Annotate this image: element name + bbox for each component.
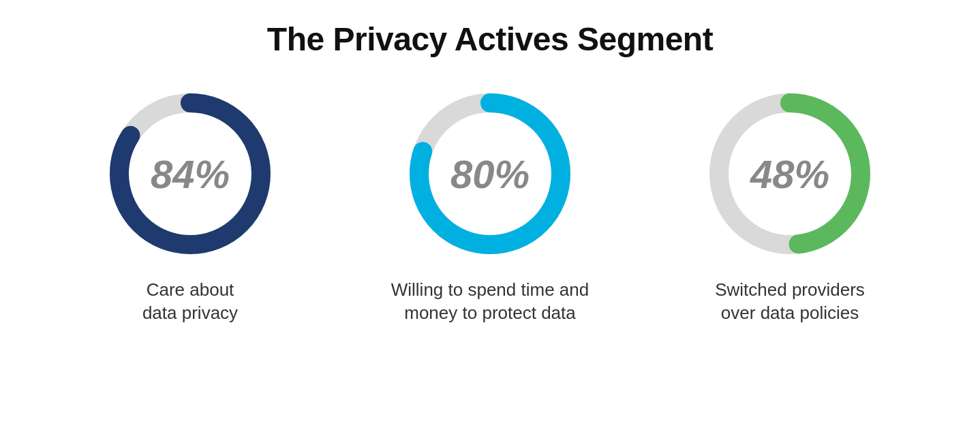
- chart-item-care-about: 84% Care aboutdata privacy: [67, 85, 313, 325]
- caption-willing: Willing to spend time andmoney to protec…: [391, 279, 589, 325]
- page-title: The Privacy Actives Segment: [267, 20, 713, 58]
- chart-item-willing: 80% Willing to spend time andmoney to pr…: [367, 85, 613, 325]
- caption-switched: Switched providersover data policies: [715, 279, 865, 325]
- donut-willing: 80%: [401, 85, 579, 262]
- chart-item-switched: 48% Switched providersover data policies: [667, 85, 913, 325]
- donut-label-care-about: 84%: [151, 151, 230, 197]
- caption-care-about: Care aboutdata privacy: [142, 279, 238, 325]
- donut-care-about: 84%: [102, 85, 279, 262]
- donut-label-willing: 80%: [450, 151, 530, 197]
- donut-label-switched: 48%: [750, 151, 829, 197]
- charts-container: 84% Care aboutdata privacy 80% Willing t…: [0, 85, 980, 325]
- donut-switched: 48%: [701, 85, 878, 262]
